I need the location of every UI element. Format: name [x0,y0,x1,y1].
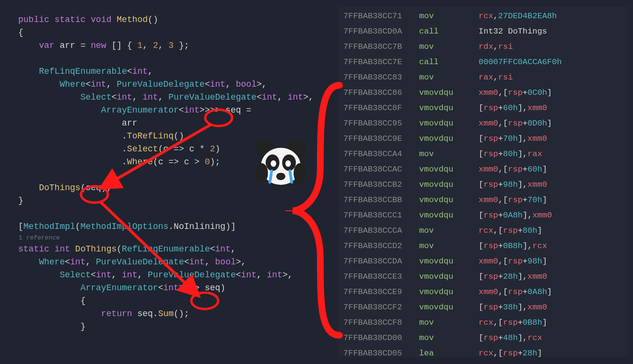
asm-row: 7FFBAB38CC7Ecall00007FFC0ACCA6F0h [343,55,628,70]
asm-row: 7FFBAB38CCF2vmovdqu[rsp+38h],xmm0 [343,300,628,315]
asm-row: 7FFBAB38CCBBvmovdquxmm0,[rsp+70h] [343,193,628,208]
asm-row: 7FFBAB38CC7Bmovrdx,rsi [343,39,628,55]
svg-point-8 [271,160,276,167]
svg-point-11 [255,163,268,183]
asm-row: 7FFBAB38CCE3vmovdqu[rsp+28h],xmm0 [343,269,628,284]
asm-row: 7FFBAB38CCB2vmovdqu[rsp+98h],xmm0 [343,177,628,193]
asm-row: 7FFBAB38CD00mov[rsp+48h],rcx [343,330,628,346]
asm-row: 7FFBAB38CCCAmovrcx,[rsp+80h] [343,223,628,239]
svg-point-9 [285,160,291,167]
asm-row: 7FFBAB38CC95vmovdquxmm0,[rsp+0D0h] [343,116,628,131]
asm-row: 7FFBAB38CC86vmovdquxmm0,[rsp+0C0h] [343,85,628,101]
asm-row: 7FFBAB38CC8Fvmovdqu[rsp+60h],xmm0 [343,101,628,116]
asm-row: 7FFBAB38CD0AcallInt32 DoThings [343,24,628,39]
asm-row: 7FFBAB38CC83movrax,rsi [343,70,628,85]
asm-row: 7FFBAB38CCACvmovdquxmm0,[rsp+60h] [343,162,628,177]
asm-row: 7FFBAB38CC71movrcx,27DED4B2EA8h [343,9,628,24]
svg-point-10 [276,173,285,180]
asm-row: 7FFBAB38CCD2mov[rsp+0B8h],rcx [343,239,628,254]
codelens-reference[interactable]: 1 reference [19,233,336,243]
asm-row: 7FFBAB38CCF8movrcx,[rsp+0B8h] [343,315,628,330]
asm-row: 7FFBAB38CCC1vmovdqu[rsp+0A8h],xmm0 [343,208,628,223]
asm-row: 7FFBAB38CC9Evmovdqu[rsp+70h],xmm0 [343,131,628,147]
asm-row: 7FFBAB38CD05learcx,[rsp+28h] [343,346,628,361]
sad-panda-emote-icon [253,139,308,189]
asm-row: 7FFBAB38CCA4mov[rsp+80h],rax [343,147,628,162]
asm-row: 7FFBAB38CCE9vmovdquxmm0,[rsp+0A8h] [343,284,628,300]
disassembly-view[interactable]: 7FFBAB38CC71movrcx,27DED4B2EA8h7FFBAB38C… [339,7,628,357]
asm-row: 7FFBAB38CCDAvmovdquxmm0,[rsp+98h] [343,254,628,269]
svg-point-12 [293,163,306,183]
